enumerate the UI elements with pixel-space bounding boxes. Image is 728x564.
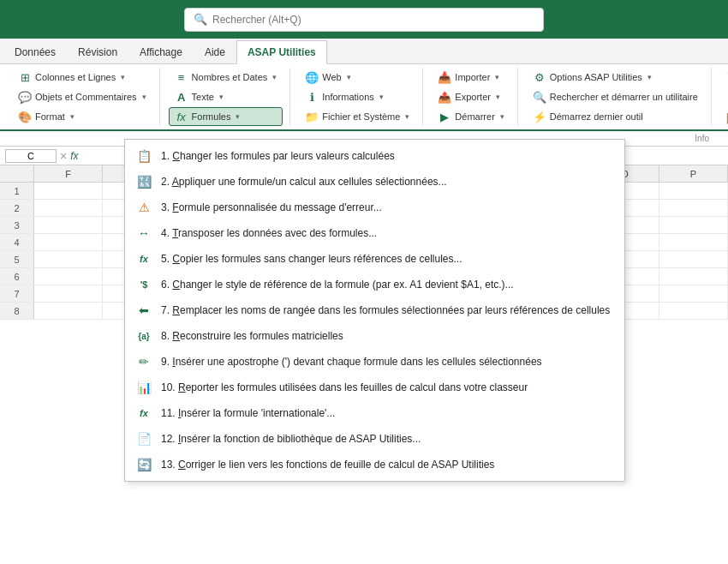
menu-icon-8: {a} (135, 327, 152, 345)
lightning-icon: ⚡ (533, 110, 546, 123)
btn-rechercher-utilitaire[interactable]: 🔍 Rechercher et démarrer un utilitaire (527, 87, 704, 106)
columns-icon: ⊞ (18, 70, 32, 84)
tab-donnees[interactable]: Données (3, 39, 67, 63)
import-icon: 📥 (438, 70, 451, 84)
menu-icon-12: 📄 (135, 430, 152, 447)
search-input[interactable] (212, 14, 534, 26)
btn-web[interactable]: 🌐 Web ▾ (299, 68, 415, 87)
btn-formules[interactable]: fx Formules ▾ (169, 107, 283, 126)
menu-item-8[interactable]: {a} 8. Reconstruire les formules matrici… (125, 323, 624, 349)
tab-affichage[interactable]: Affichage (128, 39, 194, 63)
search-bar[interactable]: 🔍 (184, 8, 544, 32)
numbers-icon: ≡ (175, 70, 188, 84)
tab-aide[interactable]: Aide (194, 39, 236, 63)
chevron-down-icon-11: ▾ (496, 93, 500, 101)
menu-icon-3: ⚠ (135, 199, 152, 216)
chevron-down-icon-2: ▾ (142, 93, 146, 101)
menu-item-2[interactable]: 🔣 2. Appliquer une formule/un calcul aux… (125, 169, 624, 195)
info-group-label: Info (695, 134, 709, 143)
chevron-down-icon-12: ▾ (500, 112, 504, 121)
btn-demarrer[interactable]: ▶ Démarrer ▾ (432, 107, 510, 126)
ribbon-group-2: ≡ Nombres et Dates ▾ A Texte ▾ fx Formul… (162, 68, 291, 126)
btn-faq[interactable]: ❓ FAQ en (719, 67, 728, 86)
fx-label: fx (70, 150, 78, 162)
chevron-down-icon: ▾ (121, 73, 125, 81)
menu-label-1: 1. Changer les formules par leurs valeur… (161, 150, 614, 162)
col-header-p: P (659, 165, 728, 182)
format-icon: 🎨 (18, 110, 32, 123)
ribbon-group-5: ⚙ Options ASAP Utilities ▾ 🔍 Rechercher … (520, 68, 712, 126)
menu-item-3[interactable]: ⚠ 3. Formule personnalisée du message d'… (125, 195, 624, 220)
menu-label-7: 7. Remplacer les noms de rangée dans les… (161, 304, 614, 316)
menu-item-5[interactable]: fx 5. Copier les formules sans changer l… (125, 246, 624, 272)
ribbon-group-1: ⊞ Colonnes et Lignes ▾ 💬 Objets et Comme… (5, 68, 160, 126)
chevron-down-icon-10: ▾ (495, 73, 499, 81)
menu-icon-9: ✏ (135, 353, 152, 370)
web-icon: 🌐 (305, 70, 319, 84)
menu-icon-10: 📊 (135, 379, 152, 396)
formula-bar-separator: × (60, 149, 67, 163)
search-2-icon: 🔍 (533, 90, 546, 104)
btn-info[interactable]: ℹ Info (719, 87, 728, 106)
cell-reference-input[interactable] (5, 149, 57, 163)
text-icon: A (175, 90, 188, 104)
menu-icon-7: ⬅ (135, 302, 152, 319)
ribbon-tabs: Données Révision Affichage Aide ASAP Uti… (0, 39, 728, 64)
btn-informations[interactable]: ℹ Informations ▾ (299, 87, 415, 106)
version-icon: 📋 (725, 111, 728, 124)
menu-label-8: 8. Reconstruire les formules matricielle… (161, 330, 614, 342)
chevron-down-icon-6: ▾ (236, 112, 240, 121)
btn-objets-commentaires[interactable]: 💬 Objets et Commentaires ▾ (12, 87, 152, 106)
tab-revision[interactable]: Révision (67, 39, 128, 63)
search-icon: 🔍 (194, 13, 207, 26)
menu-label-11: 11. Insérer la formule 'internationale'.… (161, 407, 614, 419)
btn-demarrez-dernier[interactable]: ⚡ Démarrez dernier outil (527, 107, 704, 126)
gear-icon: ⚙ (533, 70, 546, 84)
tab-asap-utilities[interactable]: ASAP Utilities (236, 40, 327, 64)
ribbon-toolbar: ⊞ Colonnes et Lignes ▾ 💬 Objets et Comme… (0, 64, 728, 131)
ribbon-group-6: ❓ FAQ en ℹ Info 📋 Version (713, 68, 728, 126)
chevron-down-icon-7: ▾ (347, 73, 351, 81)
menu-item-1[interactable]: 📋 1. Changer les formules par leurs vale… (125, 143, 624, 169)
faq-icon: ❓ (725, 69, 728, 83)
info-2-icon: ℹ (725, 90, 728, 104)
menu-label-6: 6. Changer le style de référence de la f… (161, 279, 614, 291)
btn-version[interactable]: 📋 Version (719, 108, 728, 127)
ribbon-group-4: 📥 Importer ▾ 📤 Exporter ▾ ▶ Démarrer ▾ (425, 68, 517, 126)
menu-item-4[interactable]: ↔ 4. Transposer les données avec des for… (125, 220, 624, 246)
menu-item-6[interactable]: '$ 6. Changer le style de référence de l… (125, 272, 624, 297)
chevron-down-icon-8: ▾ (379, 93, 384, 101)
play-icon: ▶ (438, 110, 451, 123)
btn-exporter[interactable]: 📤 Exporter ▾ (432, 87, 510, 106)
menu-icon-5: fx (135, 250, 152, 267)
menu-item-13[interactable]: 🔄 13. Corriger le lien vers les fonction… (125, 452, 624, 477)
btn-fichier-systeme[interactable]: 📁 Fichier et Système ▾ (299, 107, 415, 126)
menu-label-10: 10. Reporter les formules utilisées dans… (161, 381, 614, 393)
menu-item-11[interactable]: fx 11. Insérer la formule 'international… (125, 400, 624, 426)
btn-nombres-dates[interactable]: ≡ Nombres et Dates ▾ (169, 68, 283, 87)
menu-item-10[interactable]: 📊 10. Reporter les formules utilisées da… (125, 375, 624, 400)
menu-item-9[interactable]: ✏ 9. Insérer une apostrophe (') devant c… (125, 349, 624, 375)
info-icon: ℹ (305, 90, 319, 104)
formula-icon: fx (175, 110, 188, 123)
chevron-down-icon-5: ▾ (219, 93, 224, 101)
btn-format[interactable]: 🎨 Format ▾ (12, 107, 152, 126)
col-header-f: F (34, 165, 103, 182)
chevron-down-icon-9: ▾ (405, 112, 409, 121)
menu-icon-4: ↔ (135, 225, 152, 242)
btn-options[interactable]: ⚙ Options ASAP Utilities ▾ (527, 68, 704, 87)
export-icon: 📤 (438, 90, 451, 104)
chevron-down-icon-4: ▾ (272, 73, 277, 81)
menu-item-7[interactable]: ⬅ 7. Remplacer les noms de rangée dans l… (125, 297, 624, 323)
btn-importer[interactable]: 📥 Importer ▾ (432, 68, 510, 87)
menu-item-12[interactable]: 📄 12. Insérer la fonction de bibliothèqu… (125, 426, 624, 452)
menu-label-13: 13. Corriger le lien vers les fonctions … (161, 459, 614, 471)
file-icon: 📁 (305, 110, 319, 123)
formulas-dropdown-menu: 📋 1. Changer les formules par leurs vale… (124, 139, 625, 482)
ribbon-group-3: 🌐 Web ▾ ℹ Informations ▾ 📁 Fichier et Sy… (292, 68, 423, 126)
btn-texte[interactable]: A Texte ▾ (169, 87, 283, 106)
btn-colonnes-lignes[interactable]: ⊞ Colonnes et Lignes ▾ (12, 68, 152, 87)
menu-icon-13: 🔄 (135, 456, 152, 473)
search-area: 🔍 (0, 0, 728, 39)
menu-icon-1: 📋 (135, 147, 152, 165)
